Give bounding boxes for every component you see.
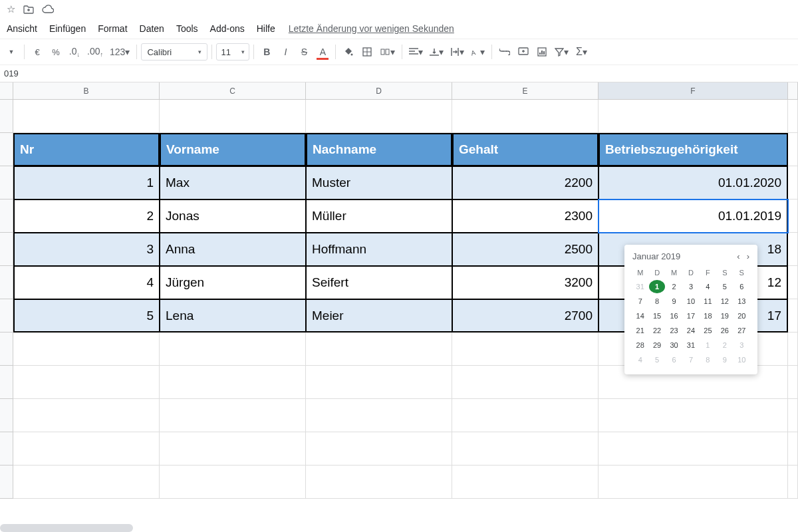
move-folder-icon[interactable] [23, 5, 34, 14]
calendar-day[interactable]: 27 [734, 324, 749, 337]
calendar-day[interactable]: 13 [734, 295, 749, 308]
menu-daten[interactable]: Daten [134, 21, 170, 37]
text-color-button[interactable]: A [314, 43, 331, 61]
prev-month-icon[interactable]: ‹ [737, 251, 739, 261]
cell[interactable] [788, 166, 798, 200]
menu-tools[interactable]: Tools [171, 21, 203, 37]
cell-nr[interactable]: 3 [13, 233, 160, 266]
cell[interactable] [598, 466, 788, 499]
strikethrough-button[interactable]: S [295, 43, 313, 61]
calendar-day[interactable]: 1 [700, 338, 716, 352]
row-header[interactable] [0, 233, 13, 266]
calendar-day[interactable]: 31 [683, 338, 698, 352]
cloud-icon[interactable] [42, 5, 54, 14]
col-header-F[interactable]: F [598, 82, 788, 99]
star-icon[interactable]: ☆ [7, 3, 15, 15]
calendar-day[interactable]: 16 [666, 309, 682, 323]
calendar-day[interactable]: 5 [649, 353, 664, 366]
horizontal-scrollbar[interactable] [0, 524, 133, 532]
increase-decimal-button[interactable]: .00↑ [84, 43, 106, 61]
halign-button[interactable]: ▾ [406, 43, 426, 61]
cell-vorname[interactable]: Jürgen [160, 266, 306, 299]
percent-button[interactable]: % [47, 43, 65, 61]
cell[interactable] [788, 100, 798, 133]
cell-datum[interactable]: 01.01.2020 [598, 166, 788, 200]
col-header-B[interactable]: B [13, 82, 160, 99]
cell[interactable] [13, 100, 160, 133]
calendar-day[interactable]: 2 [666, 280, 682, 293]
font-size-select[interactable]: 11▾ [216, 43, 249, 61]
calendar-day[interactable]: 9 [666, 295, 682, 308]
number-format-button[interactable]: 123▾ [107, 43, 132, 61]
th-nachname[interactable]: Nachname [306, 133, 452, 166]
cell[interactable] [788, 266, 798, 299]
calendar-day[interactable]: 4 [632, 353, 648, 366]
calendar-day[interactable]: 22 [649, 324, 664, 337]
cell[interactable] [598, 432, 788, 466]
calendar-day[interactable]: 12 [717, 295, 732, 308]
print-icon[interactable]: ▼ [3, 43, 20, 61]
cell[interactable] [13, 332, 160, 366]
font-select[interactable]: Calibri▾ [141, 43, 207, 61]
cell[interactable] [13, 366, 160, 399]
cell[interactable] [306, 366, 452, 399]
functions-button[interactable]: Σ▾ [573, 43, 590, 61]
cell-gehalt[interactable]: 2200 [452, 166, 598, 200]
calendar-day[interactable]: 29 [649, 338, 664, 352]
valign-button[interactable]: ▾ [427, 43, 446, 61]
calendar-day[interactable]: 5 [717, 280, 732, 293]
menu-hilfe[interactable]: Hilfe [251, 21, 281, 37]
col-header-G[interactable] [788, 82, 798, 99]
chart-button[interactable] [533, 43, 551, 61]
row-header[interactable] [0, 266, 13, 299]
cell[interactable] [160, 366, 306, 399]
merge-button[interactable]: ▾ [377, 43, 398, 61]
cell[interactable] [306, 332, 452, 366]
cell[interactable] [788, 366, 798, 399]
th-gehalt[interactable]: Gehalt [452, 133, 598, 166]
cell[interactable] [788, 299, 798, 332]
calendar-day[interactable]: 1 [649, 280, 664, 293]
calendar-day[interactable]: 24 [683, 324, 698, 337]
cell[interactable] [598, 100, 788, 133]
th-nr[interactable]: Nr [13, 133, 160, 166]
cell-nr[interactable]: 1 [13, 166, 160, 200]
calendar-day[interactable]: 26 [717, 324, 732, 337]
date-picker[interactable]: Januar 2019 ‹ › MDMDFSS31123456789101112… [624, 245, 757, 374]
cell[interactable] [160, 432, 306, 466]
cell-nachname[interactable]: Muster [306, 166, 452, 200]
cell[interactable] [13, 432, 160, 466]
calendar-day[interactable]: 17 [683, 309, 698, 323]
cell[interactable] [160, 399, 306, 432]
row-header[interactable] [0, 200, 13, 233]
cell-vorname[interactable]: Jonas [160, 200, 306, 233]
cell[interactable] [160, 466, 306, 499]
menu-addons[interactable]: Add-ons [205, 21, 250, 37]
calendar-day[interactable]: 20 [734, 309, 749, 323]
cell-gehalt[interactable]: 2700 [452, 299, 598, 332]
row-header[interactable] [0, 100, 13, 133]
cell[interactable] [598, 399, 788, 432]
row-header[interactable] [0, 133, 13, 166]
cell-vorname[interactable]: Anna [160, 233, 306, 266]
cell-nachname[interactable]: Seifert [306, 266, 452, 299]
cell[interactable] [13, 399, 160, 432]
cell[interactable] [306, 432, 452, 466]
calendar-day[interactable]: 10 [683, 295, 698, 308]
italic-button[interactable]: I [277, 43, 294, 61]
cell-nachname[interactable]: Meier [306, 299, 452, 332]
row-header[interactable] [0, 299, 13, 332]
calendar-day[interactable]: 30 [666, 338, 682, 352]
calendar-day[interactable]: 3 [734, 338, 749, 352]
cell[interactable] [306, 100, 452, 133]
rotate-button[interactable]: A▾ [468, 43, 487, 61]
cell-vorname[interactable]: Lena [160, 299, 306, 332]
menu-format[interactable]: Format [92, 21, 132, 37]
calendar-day[interactable]: 8 [700, 353, 716, 366]
cell-nr[interactable]: 2 [13, 200, 160, 233]
cell-gehalt[interactable]: 3200 [452, 266, 598, 299]
cell-gehalt[interactable]: 2500 [452, 233, 598, 266]
link-button[interactable] [496, 43, 513, 61]
calendar-day[interactable]: 4 [700, 280, 716, 293]
borders-button[interactable] [358, 43, 376, 61]
